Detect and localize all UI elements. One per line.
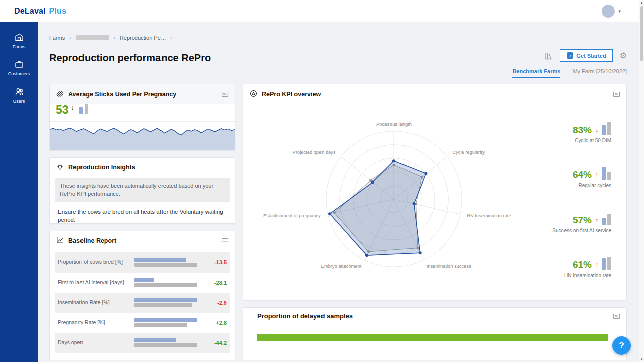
settings-gear-icon[interactable]: ⚙ — [620, 51, 627, 60]
breadcrumb-redacted[interactable] — [76, 35, 109, 40]
row-bars — [134, 318, 205, 328]
insights-note: These insights have been automatically c… — [55, 178, 230, 202]
account-menu[interactable]: ▾ — [602, 5, 621, 18]
sidebar-item-customers[interactable]: Customers — [0, 54, 38, 81]
brand-logo: DeLaval Plus — [14, 7, 66, 16]
svg-text:Establishment of pregnancy: Establishment of pregnancy — [263, 213, 321, 218]
card-title: RePro KPI overview — [262, 90, 321, 98]
svg-text:Insemination success: Insemination success — [427, 264, 471, 269]
card-repro-kpi-overview: RePro KPI overview Anoestrus lengthCycle… — [243, 84, 627, 300]
delayed-samples-bar — [257, 334, 608, 341]
sidebar-item-label: Farms — [13, 44, 26, 49]
table-row: Insemination Rate [%] -2.6 — [55, 293, 230, 313]
card-average-sticks: Average Sticks Used Per Pregnancy 53 ↓ — [49, 84, 235, 150]
main-content: Farms › › Reproduction Pe... › Reproduct… — [38, 22, 644, 362]
comparison-bars-icon — [79, 104, 88, 114]
app-window: DeLaval Plus ▾ Farms Customers Users — [0, 0, 644, 362]
barn-icon — [14, 32, 24, 42]
card-title: Proportion of delayed samples — [257, 312, 353, 320]
kpi-entry: 64% ↑ Regular cycles — [573, 167, 611, 188]
svg-text:Anoestrus length: Anoestrus length — [376, 122, 412, 127]
row-bars — [134, 338, 205, 348]
help-button[interactable]: ? — [612, 336, 631, 355]
kpi-value: 64% — [573, 170, 592, 180]
row-bars — [134, 257, 205, 268]
chevron-right-icon: › — [69, 35, 71, 41]
users-icon — [14, 86, 24, 97]
card-title: Baseline Report — [68, 237, 116, 244]
insights-message: Ensure the cows are bred on all heats af… — [50, 207, 235, 224]
sticks-icon — [56, 89, 64, 99]
row-delta-value: -13.5 — [205, 259, 227, 265]
row-delta-value: -44.2 — [205, 340, 227, 346]
trend-icon: ↑ — [595, 170, 598, 180]
scroll-up-icon[interactable]: ▲ — [640, 0, 643, 5]
kpi-entry: 83% ↓ Cyclic at 50 DIM — [573, 122, 611, 143]
brand-primary: DeLaval — [14, 7, 46, 15]
sidebar-item-users[interactable]: Users — [0, 81, 38, 109]
breadcrumb-current[interactable]: Reproduction Pe... — [120, 35, 166, 41]
table-row: Pregnancy Rate [%] +2.8 — [55, 313, 230, 333]
card-reproduction-insights: Reproduction Insights These insights hav… — [49, 157, 235, 224]
chevron-right-icon: › — [114, 35, 115, 41]
row-delta-value: -2.6 — [205, 300, 227, 306]
tab-my-farm[interactable]: My Farm [25/10/2022] — [573, 68, 627, 78]
sidebar-item-farms[interactable]: Farms — [0, 27, 38, 54]
svg-text:Projected open days: Projected open days — [293, 150, 336, 155]
breadcrumb: Farms › › Reproduction Pe... › — [49, 34, 627, 41]
table-row: First to last AI interval [days] -28.1 — [55, 273, 230, 293]
insight-bulb-icon — [56, 162, 64, 172]
chevron-right-icon: › — [170, 35, 172, 41]
kpi-radar-chart: Anoestrus lengthCycle regularityHN Insem… — [246, 101, 542, 298]
sidebar-item-label: Customers — [8, 71, 30, 76]
dashboard-grid: Average Sticks Used Per Pregnancy 53 ↓ — [49, 84, 627, 360]
kpi-entry: 57% ↑ Success on first AI service — [552, 212, 611, 233]
avatar[interactable] — [602, 5, 615, 18]
line-chart-icon — [56, 236, 64, 246]
card-delayed-samples: Proportion of delayed samples — [243, 307, 627, 360]
card-action-icon[interactable] — [221, 90, 229, 98]
comparison-bars-icon — [602, 167, 611, 180]
topbar: DeLaval Plus ▾ — [0, 0, 644, 22]
card-action-icon[interactable] — [221, 237, 229, 244]
svg-text:HN Insemination rate: HN Insemination rate — [467, 213, 511, 218]
card-action-icon[interactable] — [613, 313, 620, 320]
sidebar: Farms Customers Users — [0, 22, 38, 362]
tab-benchmark-farms[interactable]: Benchmark Farms — [512, 68, 560, 78]
kpi-value: 83% — [573, 125, 592, 135]
kpi-value: 57% — [573, 215, 592, 225]
briefcase-icon — [14, 59, 24, 69]
row-bars — [134, 278, 205, 288]
card-action-icon[interactable] — [613, 90, 620, 98]
kpi-overview-icon — [249, 89, 258, 99]
benchmark-library-icon[interactable] — [544, 51, 553, 60]
scrollbar-thumb[interactable] — [640, 6, 643, 61]
kpi-value: 61% — [573, 260, 592, 270]
trend-icon: ↑ — [595, 260, 598, 270]
view-tabs: Benchmark Farms My Farm [25/10/2022] — [512, 68, 627, 78]
svg-text:Embryo attachment: Embryo attachment — [321, 264, 362, 269]
info-icon: i — [567, 52, 573, 59]
card-title: Reproduction Insights — [68, 164, 135, 171]
table-row: Proportion of cows bred [%] -13.5 — [55, 252, 230, 273]
row-bars — [134, 298, 205, 308]
comparison-bars-icon — [602, 212, 611, 225]
row-delta-value: -28.1 — [205, 280, 227, 286]
header-controls: i Get Started ⚙ Benchmark Farms My Farm … — [512, 49, 627, 78]
sticks-value: 53 — [56, 104, 69, 116]
card-baseline-report: Baseline Report Proportion of cows bred … — [49, 231, 235, 360]
breadcrumb-farms[interactable]: Farms — [49, 35, 65, 41]
kpi-entry: 61% ↑ HN Insemination rate — [564, 257, 611, 278]
sticks-trend-chart — [50, 118, 235, 150]
comparison-bars-icon — [602, 122, 611, 135]
sidebar-item-label: Users — [13, 99, 25, 104]
trend-down-icon: ↓ — [71, 104, 75, 112]
scroll-down-icon[interactable]: ▼ — [640, 357, 643, 362]
card-title: Average Sticks Used Per Pregnancy — [68, 90, 176, 98]
trend-icon: ↑ — [595, 215, 598, 225]
brand-secondary: Plus — [49, 7, 66, 15]
chevron-down-icon: ▾ — [618, 9, 621, 14]
delayed-samples-chart — [257, 334, 608, 341]
scrollbar[interactable]: ▲ ▼ — [639, 0, 644, 362]
get-started-button[interactable]: i Get Started — [560, 49, 612, 62]
